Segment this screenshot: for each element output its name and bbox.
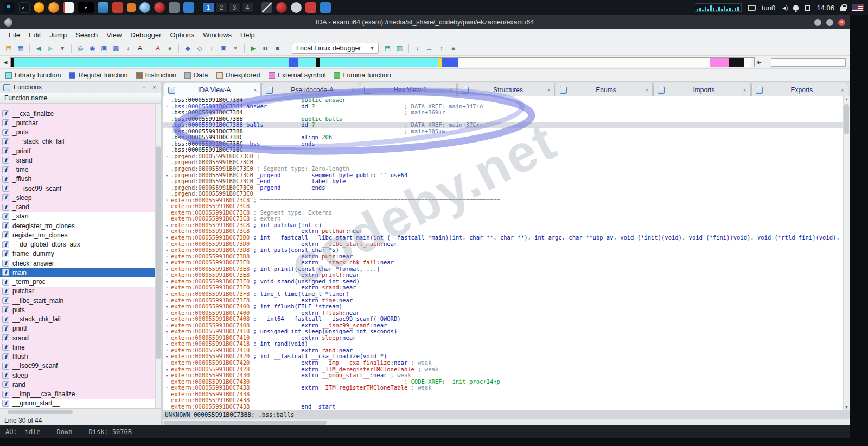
debugger-select[interactable]: Local Linux debugger▼: [292, 43, 379, 54]
function-row[interactable]: f_printf: [0, 146, 161, 156]
disasm-line[interactable]: ·extern:000055991B0C7438 extrn _ITM_regi…: [163, 385, 843, 391]
function-row[interactable]: f_putchar: [0, 118, 161, 127]
breakpoint-list-button[interactable]: ▣: [218, 43, 229, 54]
function-name-column-header[interactable]: Function name: [0, 93, 161, 104]
open-file-button[interactable]: ▤: [3, 43, 14, 54]
function-row[interactable]: fmain: [0, 268, 161, 277]
scroll-down-icon[interactable]: ▼: [844, 405, 850, 409]
browser-globe-icon[interactable]: [139, 2, 150, 13]
function-row[interactable]: f_start: [0, 212, 161, 221]
user-app-icon[interactable]: [291, 2, 302, 13]
tab-close-icon[interactable]: ×: [547, 87, 551, 93]
code-app-icon[interactable]: [320, 2, 331, 13]
disasm-line[interactable]: extern:000055991B0C7438 end _start: [163, 404, 843, 410]
function-row[interactable]: ffflush: [0, 352, 161, 361]
panel-close-icon[interactable]: ×: [151, 84, 158, 91]
navband-left-arrow[interactable]: ◀: [2, 60, 9, 65]
names-button[interactable]: A: [135, 43, 145, 54]
terminal-dropdown-icon[interactable]: ▾: [78, 2, 94, 13]
vpn-interface-label[interactable]: tun0: [762, 4, 775, 12]
start-process-button[interactable]: ▶: [248, 43, 259, 54]
pause-process-button[interactable]: ▮▮: [260, 43, 271, 54]
tab-close-icon[interactable]: ×: [449, 87, 452, 93]
tab-ida-view-a[interactable]: IDA View-A×: [164, 83, 261, 96]
panel-float-icon[interactable]: ▫: [141, 84, 148, 91]
function-row[interactable]: f_puts: [0, 128, 161, 137]
menu-debugger[interactable]: Debugger: [126, 31, 165, 39]
function-row[interactable]: f_fflush: [0, 174, 161, 184]
tab-close-icon[interactable]: ×: [743, 87, 746, 93]
workspace-3[interactable]: 3: [228, 3, 240, 13]
functions-panel-titlebar[interactable]: Functions ▫ ×: [0, 82, 161, 93]
menu-jump[interactable]: Jump: [45, 31, 71, 39]
function-row[interactable]: fregister_tm_clones: [0, 230, 161, 240]
function-row[interactable]: f__stack_chk_fail: [0, 315, 161, 324]
function-row[interactable]: fframe_dummy: [0, 249, 161, 258]
function-row[interactable]: fcheck_answer: [0, 258, 161, 268]
function-row[interactable]: f_rand: [0, 203, 161, 212]
collapse-arrow-icon[interactable]: ▾: [163, 373, 171, 379]
red-square-app-icon[interactable]: [305, 2, 316, 13]
function-row[interactable]: fputchar: [0, 287, 161, 296]
tab-imports[interactable]: Imports×: [653, 83, 750, 96]
breakpoint-delete-button[interactable]: ×: [230, 43, 241, 54]
menu-windows[interactable]: Windows: [199, 31, 236, 39]
function-row[interactable]: f__imp___cxa_finalize: [0, 390, 161, 399]
clock[interactable]: 14:06: [816, 4, 834, 12]
notifications-bell-icon[interactable]: [793, 5, 799, 10]
functions-horizontal-scrollbar[interactable]: [0, 408, 161, 415]
tray-package-icon[interactable]: [805, 5, 810, 11]
menu-file[interactable]: File: [4, 31, 24, 39]
breakpoint-add-button[interactable]: ◆: [182, 43, 193, 54]
save-button[interactable]: ▦: [15, 43, 26, 54]
step-over-button[interactable]: →: [424, 43, 435, 54]
minimize-button[interactable]: [814, 19, 821, 26]
volume-icon[interactable]: ◄): [781, 5, 787, 11]
titlebar[interactable]: IDA - exam.i64 (exam) /media/sf_share/_c…: [0, 15, 850, 29]
back-button[interactable]: ◀: [33, 43, 44, 54]
attach-button[interactable]: ▤: [382, 43, 393, 54]
scrollbar-thumb[interactable]: [8, 410, 73, 414]
function-row[interactable]: f_srand: [0, 156, 161, 165]
function-row[interactable]: f__isoc99_scanf: [0, 361, 161, 371]
lock-icon[interactable]: [840, 7, 846, 11]
disasm-line[interactable]: ·.prgend:000055991B0C73C0 ; ============…: [163, 153, 843, 160]
navband-right-arrow[interactable]: ▶: [756, 60, 763, 65]
display-icon[interactable]: [748, 5, 756, 11]
disasm-line[interactable]: extern:000055991B0C7438: [163, 391, 843, 398]
workspace-1[interactable]: 1: [202, 3, 214, 13]
scrollbar-thumb[interactable]: [164, 421, 327, 425]
disasm-line[interactable]: ·extern:000055991B0C73C8 ; =============…: [163, 197, 843, 204]
menu-edit[interactable]: Edit: [24, 31, 45, 39]
function-row[interactable]: f__libc_start_main: [0, 296, 161, 305]
debugger-options-button[interactable]: ≡: [448, 43, 458, 54]
breakpoint-edit-button[interactable]: ◇: [194, 43, 205, 54]
tab-close-icon[interactable]: ×: [841, 87, 844, 93]
kali-menu-icon[interactable]: [4, 2, 15, 13]
firefox-icon[interactable]: [34, 2, 44, 13]
function-row[interactable]: f__do_global_dtors_aux: [0, 240, 161, 249]
orange-app-icon[interactable]: [48, 2, 59, 13]
function-row[interactable]: fprintf: [0, 324, 161, 333]
search-next-button[interactable]: ◉: [87, 43, 98, 54]
menu-view[interactable]: View: [102, 31, 126, 39]
disasm-line[interactable]: .prgend:000055991B0C73C0 _prgend ends: [163, 185, 843, 191]
scrollbar-thumb[interactable]: [844, 104, 849, 134]
scroll-up-icon[interactable]: ▲: [844, 97, 850, 101]
function-row[interactable]: f__gmon_start__: [0, 399, 161, 408]
keyboard-layout-us-flag-icon[interactable]: [852, 4, 864, 11]
tab-enums[interactable]: Enums×: [556, 83, 653, 96]
search-sequence-button[interactable]: ▣: [99, 43, 110, 54]
scrollbar-thumb[interactable]: [156, 146, 161, 359]
menu-search[interactable]: Search: [71, 31, 102, 39]
jump-button[interactable]: ↓: [123, 43, 133, 54]
function-row[interactable]: fsleep: [0, 371, 161, 380]
menu-options[interactable]: Options: [165, 31, 199, 39]
tab-exports[interactable]: Exports×: [751, 83, 848, 96]
function-row[interactable]: f_sleep: [0, 193, 161, 202]
stop-process-button[interactable]: ■: [272, 43, 283, 54]
disassembly-horizontal-scrollbar[interactable]: [163, 419, 850, 425]
package-app-icon[interactable]: [112, 2, 123, 13]
file-manager-icon[interactable]: [98, 2, 108, 13]
red-ball-app-icon[interactable]: [154, 2, 165, 13]
